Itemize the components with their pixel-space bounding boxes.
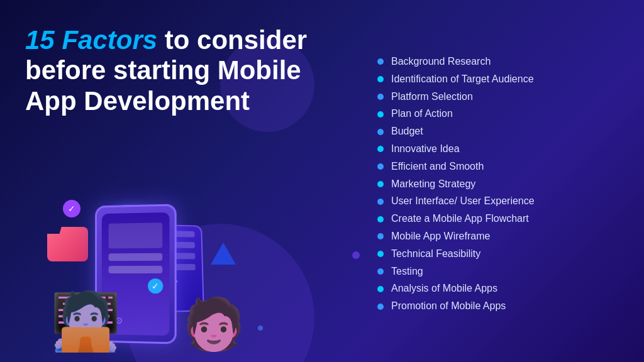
bullet-dot	[377, 268, 384, 275]
right-section: Background ResearchIdentification of Tar…	[365, 0, 644, 362]
factor-label: Platform Selection	[391, 90, 473, 104]
factor-label: Testing	[391, 265, 423, 278]
factor-label: Analysis of Mobile Apps	[391, 282, 497, 295]
factor-label: Create a Mobile App Flowchart	[391, 212, 529, 226]
factor-label: Promotion of Mobile Apps	[391, 300, 506, 313]
factor-label: Budget	[391, 125, 423, 138]
bullet-dot	[377, 76, 384, 82]
factor-label: Background Research	[391, 55, 491, 69]
phone-element-3	[108, 265, 162, 273]
factor-label: Efficient and Smooth	[391, 160, 484, 173]
factor-label: Mobile App Wireframe	[391, 230, 490, 243]
factor-label: Identification of Target Audience	[391, 73, 534, 86]
title-part2: to consider	[157, 25, 307, 55]
list-item: Identification of Target Audience	[377, 73, 625, 86]
list-item: Plan of Action	[377, 107, 625, 121]
bullet-dot	[377, 94, 384, 100]
list-item: Marketing Strategy	[377, 178, 625, 191]
list-item: Mobile App Wireframe	[377, 230, 625, 243]
folder-icon	[47, 227, 88, 261]
list-item: Platform Selection	[377, 90, 625, 104]
bullet-dot	[377, 304, 384, 310]
factor-label: Innovative Idea	[391, 143, 460, 156]
left-section: 15 Factors to consider before starting M…	[0, 0, 365, 362]
title-line-1: 15 Factors to consider	[25, 25, 352, 55]
list-item: Background Research	[377, 55, 625, 69]
list-item: User Interface/ User Experience	[377, 195, 625, 208]
title-block: 15 Factors to consider before starting M…	[25, 25, 352, 116]
list-item: Budget	[377, 125, 625, 138]
title-line-3: App Development	[25, 86, 352, 116]
list-item: Create a Mobile App Flowchart	[377, 212, 625, 226]
bullet-dot	[377, 199, 384, 205]
list-item: Efficient and Smooth	[377, 160, 625, 173]
list-item: Analysis of Mobile Apps	[377, 282, 625, 295]
bullet-dot	[377, 146, 384, 152]
figure-developer: 🧑‍💻	[50, 293, 121, 349]
bullet-dot	[377, 163, 384, 170]
slide: 15 Factors to consider before starting M…	[0, 0, 644, 362]
figure-pointing: 🧑	[182, 299, 245, 349]
factor-label: User Interface/ User Experience	[391, 195, 535, 208]
list-item: Technical Feasibility	[377, 248, 625, 261]
check-badge: ✓	[63, 200, 80, 217]
triangle-decoration	[211, 243, 236, 265]
factor-label: Technical Feasibility	[391, 248, 480, 261]
factor-label: Marketing Strategy	[391, 178, 475, 191]
illustration: ⇅ ★ ✓ </> ✓ ⚙	[13, 142, 352, 362]
phone-check-icon: ✓	[148, 278, 163, 293]
bullet-dot	[377, 233, 384, 239]
bullet-dot	[377, 216, 384, 222]
phone-element-2	[108, 253, 162, 261]
factor-list: Background ResearchIdentification of Tar…	[377, 55, 625, 313]
bullet-dot	[377, 181, 384, 187]
title-line-2: before starting Mobile	[25, 55, 352, 85]
bullet-dot	[377, 111, 384, 118]
bullet-dot	[377, 58, 384, 65]
list-item: Testing	[377, 265, 625, 278]
list-item: Innovative Idea	[377, 143, 625, 156]
phone-element-1	[108, 222, 162, 248]
bullet-dot	[377, 286, 384, 292]
list-item: Promotion of Mobile Apps	[377, 300, 625, 313]
factor-label: Plan of Action	[391, 107, 453, 121]
bullet-dot	[377, 251, 384, 257]
bullet-dot	[377, 129, 384, 135]
title-highlight: 15 Factors	[25, 25, 157, 55]
